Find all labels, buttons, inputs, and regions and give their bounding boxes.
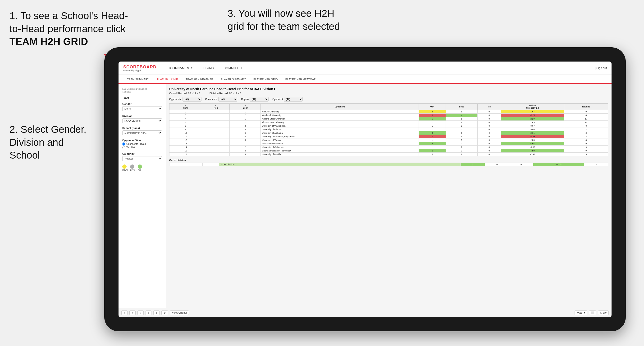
cell-opponent: University of Florida [261, 153, 419, 156]
ood-rank [170, 163, 186, 166]
top-nav: SCOREBOARD Powered by clippd TOURNAMENTS… [118, 61, 612, 75]
opponent-view-section: Opponent View Opponents Played Top 100 [122, 139, 162, 149]
cell-opponent: Auburn University [261, 110, 419, 114]
col-loss: Loss [446, 104, 477, 110]
cell-reg [202, 114, 230, 117]
table-row: 13 1 Texas Tech University 3 0 0 5.56 9 [170, 142, 608, 146]
table-row: 8 2 University of Washington 1 0 0 3.67 … [170, 124, 608, 128]
cell-rank: 11 [170, 135, 202, 139]
table-row: 2 1 Auburn University 2 1 0 1.67 9 [170, 110, 608, 114]
opponents-filter-label: Opponents: [169, 98, 182, 101]
cell-diff: 5.56 [501, 142, 564, 146]
table-header-row: #Rank #Reg #Conf Opponent Win Loss Tie D… [170, 104, 608, 110]
ann2-line3: School [10, 150, 40, 161]
legend-down: Down [122, 165, 128, 171]
copy-btn[interactable]: ⧉ [146, 311, 152, 315]
cell-diff: 2.29 [501, 117, 564, 121]
division-label: Division [122, 115, 162, 117]
table-row: 15 4 Georgia Institute of Technology 6 0… [170, 149, 608, 153]
cell-rounds: 9 [564, 110, 608, 114]
ood-loss: 0 [485, 163, 509, 166]
cell-reg [202, 135, 230, 139]
cell-diff: 3.67 [501, 124, 564, 128]
cell-loss: 2 [446, 121, 477, 124]
cell-opponent: University of Arizona [261, 128, 419, 131]
region-filter-select[interactable]: (All) [250, 97, 268, 102]
cell-conf: 2 [230, 124, 261, 128]
opponent-filter-select[interactable]: (All) [284, 97, 303, 102]
tab-player-h2h-heatmap[interactable]: PLAYER H2H HEATMAP [282, 75, 320, 84]
cell-rounds: 3 [564, 139, 608, 142]
cell-reg [202, 124, 230, 128]
nav-item-committee[interactable]: COMMITTEE [219, 61, 248, 75]
cell-diff: 2.33 [501, 139, 564, 142]
cell-opponent: University of Washington [261, 124, 419, 128]
cell-opponent: Vanderbilt University [261, 114, 419, 117]
cell-loss: 1 [446, 110, 477, 114]
annotation-3: 3. You will now see H2H grid for the tea… [228, 7, 379, 33]
zoom-btn[interactable]: ⊕ [153, 311, 160, 315]
tab-player-summary[interactable]: PLAYER SUMMARY [217, 75, 250, 84]
cell-diff: 2.61 [501, 131, 564, 135]
cell-rank: 9 [170, 128, 202, 131]
opponents-filter-select[interactable]: (All) [182, 97, 202, 102]
cell-tie: 0 [477, 114, 501, 117]
redo-btn[interactable]: ↻ [130, 311, 136, 315]
cell-reg [202, 117, 230, 121]
logo-text: SCOREBOARD [123, 65, 156, 69]
tab-team-h2h-grid[interactable]: TEAM H2H GRID [153, 75, 182, 84]
cell-loss: 4 [446, 114, 477, 117]
cell-rounds: 9 [564, 146, 608, 149]
division-select[interactable]: NCAA Division I [122, 118, 162, 123]
school-select[interactable]: 1. University of Nort... [122, 130, 162, 135]
cell-win: 3 [418, 142, 446, 146]
ann2-line2: Division and [10, 137, 64, 148]
cell-rounds: 12 [564, 121, 608, 124]
cell-conf: 1 [230, 142, 261, 146]
present-btn[interactable]: ⬜ [589, 311, 596, 315]
sign-out-link[interactable]: | Sign out [595, 66, 607, 70]
top100-radio[interactable]: Top 100 [122, 146, 162, 149]
colour-by-select[interactable]: Win/loss [122, 156, 162, 161]
nav-item-teams[interactable]: TEAMS [198, 61, 219, 75]
cell-tie: 0 [477, 135, 501, 139]
cell-loss: 0 [446, 128, 477, 131]
division-section: Division NCAA Division I [122, 115, 162, 123]
cell-loss: 1 [446, 117, 477, 121]
ood-conf [203, 163, 219, 166]
cell-rank: 3 [170, 114, 202, 117]
opponent-view-label: Opponent View [122, 139, 162, 142]
opponents-played-radio[interactable]: Opponents Played [122, 143, 162, 146]
gender-select[interactable]: Men's [122, 106, 162, 111]
tab-team-h2h-heatmap[interactable]: TEAM H2H HEATMAP [182, 75, 217, 84]
cell-conf: 2 [230, 146, 261, 149]
conference-filter-select[interactable]: (All) [218, 97, 237, 102]
cell-conf: 3 [230, 139, 261, 142]
table-row: 12 3 University of Virginia 1 0 0 2.33 3 [170, 139, 608, 142]
ann1-line3: TEAM H2H GRID [10, 36, 88, 47]
table-row: 11 6 University of Arkansas, Fayettevill… [170, 135, 608, 139]
logo-sub: Powered by clippd [123, 70, 156, 72]
team-label: Team [122, 96, 162, 99]
conference-filter: Conference (All) [205, 97, 238, 102]
main-content: Last Updated: 27/03/2024 16:55:38 Team G… [118, 84, 612, 308]
cell-reg [202, 142, 230, 146]
cell-rounds: 17 [564, 117, 608, 121]
cell-diff: -4.33 [501, 135, 564, 139]
watch-btn[interactable]: Watch ▾ [574, 311, 587, 315]
opponent-filter: Opponent (All) [272, 97, 303, 102]
view-btn[interactable]: View: Original [170, 311, 189, 315]
tab-player-h2h-grid[interactable]: PLAYER H2H GRID [250, 75, 282, 84]
undo-btn[interactable]: ↺ [121, 311, 128, 315]
cell-tie: 0 [477, 142, 501, 146]
time-btn[interactable]: ⏱ [162, 311, 168, 315]
share-btn[interactable]: Share [598, 311, 609, 315]
opponent-filter-label: Opponent [272, 98, 283, 101]
nav-item-tournaments[interactable]: TOURNAMENTS [164, 61, 198, 75]
reset-btn[interactable]: ↺ [138, 311, 144, 315]
cell-reg [202, 121, 230, 124]
grid-title: University of North Carolina Head-to-Hea… [169, 87, 608, 91]
down-color-dot [122, 165, 126, 169]
cell-win: 1 [418, 139, 446, 142]
tab-team-summary[interactable]: TEAM SUMMARY [123, 75, 153, 84]
